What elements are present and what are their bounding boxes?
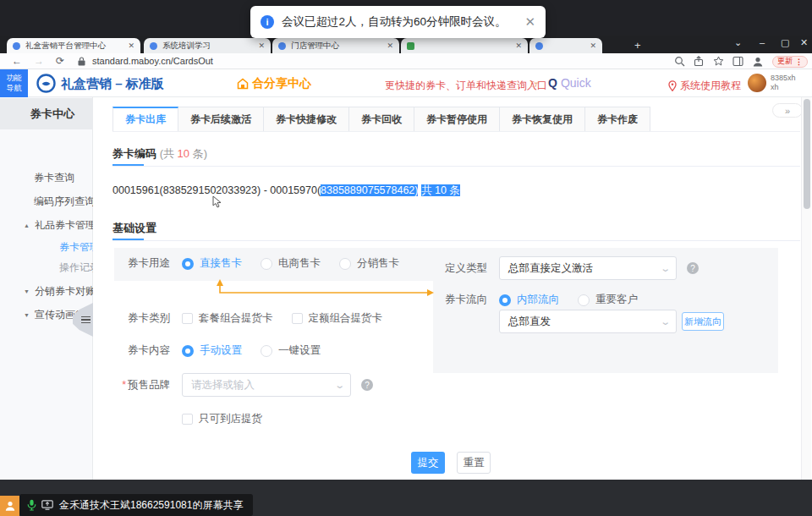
flow-radio-1[interactable]: 内部流向: [499, 293, 559, 307]
promo-text: 更快捷的券卡、订单和快递查询入口: [385, 79, 547, 93]
define-type-label: 定义类型: [442, 261, 487, 276]
function-nav-button[interactable]: 功能导航: [0, 69, 28, 97]
scrollbar[interactable]: [801, 97, 811, 480]
tab-favicon: [278, 42, 286, 50]
share-center-link[interactable]: 合分享中心: [237, 76, 311, 91]
sidebar: 券卡中心 券卡查询编码序列查询▲礼品券卡管理券卡管理操作记录▼分销券卡对账▼宣传…: [0, 97, 93, 480]
browser-window: 礼盒营销平台管理中心 ✕ 系统培训学习 ✕ 门店管理中心 ✕ ✕ ✕ +: [0, 36, 812, 480]
tab-3[interactable]: 券卡快捷修改: [264, 107, 349, 132]
tabs-divider: [112, 131, 800, 132]
browser-tab-1[interactable]: 礼盒营销平台管理中心 ✕: [7, 38, 140, 53]
window-close-icon[interactable]: ✕: [800, 37, 808, 48]
tab-5[interactable]: 券卡暂停使用: [414, 107, 500, 132]
define-type-help-icon[interactable]: ?: [687, 262, 699, 274]
browser-tab-4[interactable]: ✕: [401, 38, 528, 53]
tree-arrow-icon: ▼: [24, 288, 30, 294]
window-maximize-icon[interactable]: ▢: [781, 37, 789, 48]
flow-select[interactable]: 总部直发 ⌄: [499, 310, 677, 333]
brand-label: *预售品牌: [114, 378, 170, 392]
tab-close-icon[interactable]: ✕: [387, 41, 393, 50]
tab-close-icon[interactable]: ✕: [258, 41, 265, 50]
flow-select-row: 总部直发 ⌄ 新增流向: [442, 310, 724, 333]
store-only-checkbox[interactable]: 只可到店提货: [182, 412, 262, 426]
codes-divider: [112, 166, 800, 167]
tab-7[interactable]: 券卡作废: [585, 107, 650, 132]
tab-favicon: [150, 42, 157, 50]
pointing-hand-icon: ☞: [530, 78, 540, 91]
chrome-update-button[interactable]: 更新 ⋮: [772, 56, 808, 68]
info-icon: i: [261, 15, 274, 29]
sidebar-item-2[interactable]: 编码序列查询: [34, 193, 95, 210]
radio-icon: [499, 294, 511, 306]
card-action-tabs: 券卡出库券卡后续激活券卡快捷修改券卡回收券卡暂停使用券卡恢复使用券卡作废: [112, 107, 650, 132]
category-checkbox-2[interactable]: 定额组合提货卡: [292, 311, 383, 326]
tab-6[interactable]: 券卡恢复使用: [500, 107, 585, 132]
window-menu-icon[interactable]: ⌄: [734, 37, 742, 48]
expand-panel-button[interactable]: »: [772, 103, 803, 118]
browser-tab-3[interactable]: 门店管理中心 ✕: [272, 38, 399, 53]
tab-2[interactable]: 券卡后续激活: [178, 107, 264, 132]
screen-share-bubble[interactable]: 金禾通技术王斌18662591081的屏幕共享: [19, 494, 253, 516]
content-radio-2[interactable]: 一键设置: [261, 343, 321, 358]
share-icon[interactable]: [694, 56, 705, 67]
content-label: 券卡内容: [114, 343, 170, 358]
brand-select[interactable]: 请选择或输入 ⌄: [182, 373, 351, 397]
flow-label: 券卡流向: [442, 293, 487, 307]
zoom-icon[interactable]: [674, 56, 685, 67]
settings-divider: [112, 240, 800, 241]
card-code-range[interactable]: 00015961(8385291502033923) - 00015970(83…: [112, 184, 460, 198]
checkbox-icon: [182, 313, 193, 324]
define-type-select[interactable]: 总部直接定义激活 ⌄: [499, 256, 677, 280]
browser-toolbar: ← → ⟳ standard.maboy.cn/CardsOut: [0, 53, 812, 69]
meeting-toast: i 会议已超过2人，自动转为60分钟限时会议。 ✕: [250, 6, 546, 38]
selected-count-text: 共 10 条: [421, 184, 460, 196]
codes-section-title: 券卡编码 (共 10 条): [112, 146, 207, 162]
chevron-down-icon: ⌄: [334, 380, 345, 391]
url-bar[interactable]: standard.maboy.cn/CardsOut: [92, 56, 213, 66]
sidebar-item-3[interactable]: ▲礼品券卡管理: [24, 217, 96, 233]
category-checkbox-1[interactable]: 套餐组合提货卡: [182, 311, 273, 326]
hamburger-icon: [81, 315, 91, 326]
content-radio-1[interactable]: 手动设置: [182, 343, 242, 358]
tab-4[interactable]: 券卡回收: [349, 107, 414, 132]
brand-help-icon[interactable]: ?: [361, 379, 373, 391]
add-flow-button[interactable]: 新增流向: [682, 312, 724, 331]
flow-radio-2[interactable]: 重要客户: [578, 293, 638, 307]
toast-message: 会议已超过2人，自动转为60分钟限时会议。: [282, 14, 507, 30]
tab-favicon: [407, 42, 414, 50]
tab-close-icon[interactable]: ✕: [515, 41, 522, 50]
sidebar-item-6[interactable]: ▼分销券卡对账: [24, 283, 96, 299]
location-pin-icon: [668, 80, 677, 91]
tab-close-icon[interactable]: ✕: [590, 41, 596, 50]
scrollbar-thumb[interactable]: [804, 99, 810, 209]
tab-favicon: [535, 42, 543, 50]
sidebar-item-1[interactable]: 券卡查询: [34, 169, 74, 186]
forward-icon[interactable]: →: [34, 56, 44, 66]
tab-close-icon[interactable]: ✕: [128, 41, 134, 50]
profile-icon[interactable]: [752, 56, 764, 68]
app-header: 功能导航 礼盒营销 – 标准版 合分享中心 更快捷的券卡、订单和快递查询入口 ☞…: [0, 69, 812, 97]
quick-link[interactable]: QQuick: [548, 76, 591, 90]
browser-tab-strip: 礼盒营销平台管理中心 ✕ 系统培训学习 ✕ 门店管理中心 ✕ ✕ ✕ +: [0, 36, 812, 53]
app-title: 礼盒营销 – 标准版: [61, 76, 164, 92]
mouse-cursor-icon: [212, 195, 222, 209]
radio-icon: [261, 345, 272, 357]
app-logo: [36, 74, 56, 93]
submit-button[interactable]: 提交: [411, 452, 445, 474]
bookmark-star-icon[interactable]: [713, 56, 724, 67]
reload-icon[interactable]: ⟳: [56, 56, 64, 66]
new-tab-button[interactable]: +: [634, 39, 641, 52]
system-tutorial-link[interactable]: 系统使用教程: [668, 79, 741, 93]
side-panel-icon[interactable]: [732, 56, 743, 67]
toast-close-icon[interactable]: ✕: [524, 14, 535, 30]
window-minimize-icon[interactable]: –: [760, 37, 765, 47]
user-avatar[interactable]: [748, 74, 766, 92]
browser-tab-2[interactable]: 系统培训学习 ✕: [144, 38, 271, 53]
radio-icon: [578, 294, 590, 306]
browser-tab-5[interactable]: ✕: [529, 38, 602, 53]
participant-badge: [0, 496, 19, 516]
category-label: 券卡类别: [114, 311, 170, 326]
back-icon[interactable]: ←: [12, 56, 22, 66]
reset-button[interactable]: 重置: [457, 452, 491, 474]
tab-1[interactable]: 券卡出库: [112, 107, 178, 132]
